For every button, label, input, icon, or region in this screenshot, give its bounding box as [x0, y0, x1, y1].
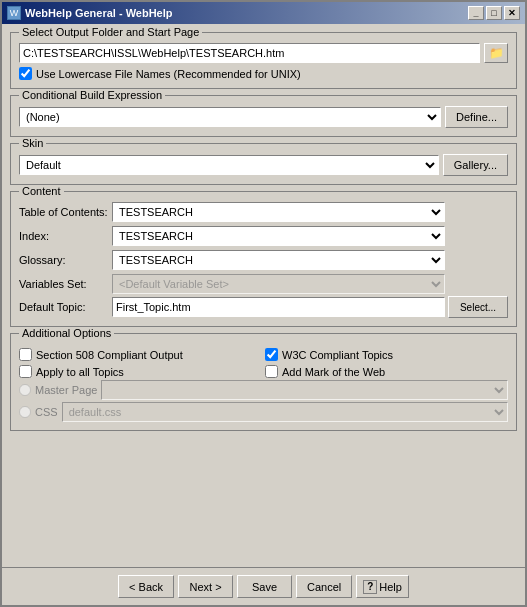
- conditional-select-row: (None) Define...: [19, 106, 508, 128]
- skin-group: Skin Default Gallery...: [10, 143, 517, 185]
- content-group: Content Table of Contents: TESTSEARCH In…: [10, 191, 517, 327]
- mark-web-label: Add Mark of the Web: [282, 366, 385, 378]
- toc-row: Table of Contents: TESTSEARCH: [19, 202, 508, 222]
- maximize-button[interactable]: □: [486, 6, 502, 20]
- window-title: WebHelp General - WebHelp: [25, 7, 173, 19]
- conditional-build-group: Conditional Build Expression (None) Defi…: [10, 95, 517, 137]
- index-label: Index:: [19, 230, 109, 242]
- cancel-button[interactable]: Cancel: [296, 575, 352, 598]
- toc-label: Table of Contents:: [19, 206, 109, 218]
- index-select[interactable]: TESTSEARCH: [112, 226, 445, 246]
- mark-web-checkbox[interactable]: [265, 365, 278, 378]
- next-button[interactable]: Next >: [178, 575, 233, 598]
- main-window: W WebHelp General - WebHelp _ □ ✕ Select…: [0, 0, 527, 607]
- lowercase-checkbox-row: Use Lowercase File Names (Recommended fo…: [19, 67, 508, 80]
- master-page-row: Master Page: [19, 380, 508, 400]
- additional-options-group: Additional Options Section 508 Compliant…: [10, 333, 517, 431]
- master-page-radio: [19, 384, 31, 396]
- output-folder-group: Select Output Folder and Start Page 📁 Us…: [10, 32, 517, 89]
- close-button[interactable]: ✕: [504, 6, 520, 20]
- skin-select-row: Default Gallery...: [19, 154, 508, 176]
- variables-label: Variables Set:: [19, 278, 109, 290]
- left-options: Section 508 Compliant Output Apply to al…: [19, 344, 262, 378]
- options-grid: Section 508 Compliant Output Apply to al…: [19, 344, 508, 378]
- title-bar-controls: _ □ ✕: [468, 6, 520, 20]
- glossary-row: Glossary: TESTSEARCH: [19, 250, 508, 270]
- default-topic-label: Default Topic:: [19, 301, 109, 313]
- title-bar-left: W WebHelp General - WebHelp: [7, 6, 173, 20]
- glossary-select[interactable]: TESTSEARCH: [112, 250, 445, 270]
- glossary-label: Glossary:: [19, 254, 109, 266]
- conditional-build-select[interactable]: (None): [19, 107, 441, 127]
- select-button[interactable]: Select...: [448, 296, 508, 318]
- bottom-bar: < Back Next > Save Cancel ? Help: [2, 567, 525, 605]
- title-bar: W WebHelp General - WebHelp _ □ ✕: [2, 2, 525, 24]
- w3c-checkbox[interactable]: [265, 348, 278, 361]
- lowercase-label: Use Lowercase File Names (Recommended fo…: [36, 68, 301, 80]
- content-group-label: Content: [19, 185, 64, 197]
- css-radio: [19, 406, 31, 418]
- default-topic-row: Default Topic: Select...: [19, 296, 508, 318]
- variables-row: Variables Set: <Default Variable Set>: [19, 274, 508, 294]
- default-topic-input[interactable]: [112, 297, 445, 317]
- apply-topics-label: Apply to all Topics: [36, 366, 124, 378]
- css-select: default.css: [62, 402, 508, 422]
- apply-topics-checkbox[interactable]: [19, 365, 32, 378]
- minimize-button[interactable]: _: [468, 6, 484, 20]
- additional-options-label: Additional Options: [19, 327, 114, 339]
- help-label: Help: [379, 581, 402, 593]
- section508-checkbox[interactable]: [19, 348, 32, 361]
- section508-label: Section 508 Compliant Output: [36, 349, 183, 361]
- browse-folder-button[interactable]: 📁: [484, 43, 508, 63]
- save-button[interactable]: Save: [237, 575, 292, 598]
- skin-label: Skin: [19, 137, 46, 149]
- variables-select: <Default Variable Set>: [112, 274, 445, 294]
- w3c-label: W3C Compliant Topics: [282, 349, 393, 361]
- help-question-icon: ?: [363, 580, 377, 594]
- help-button[interactable]: ? Help: [356, 575, 409, 598]
- output-path-input[interactable]: [19, 43, 480, 63]
- w3c-row: W3C Compliant Topics: [265, 348, 508, 361]
- define-button[interactable]: Define...: [445, 106, 508, 128]
- apply-topics-row: Apply to all Topics: [19, 365, 262, 378]
- window-icon: W: [7, 6, 21, 20]
- gallery-button[interactable]: Gallery...: [443, 154, 508, 176]
- master-page-label: Master Page: [35, 384, 97, 396]
- css-row: CSS default.css: [19, 402, 508, 422]
- toc-select[interactable]: TESTSEARCH: [112, 202, 445, 222]
- mark-web-row: Add Mark of the Web: [265, 365, 508, 378]
- output-folder-label: Select Output Folder and Start Page: [19, 26, 202, 38]
- master-page-select: [101, 380, 508, 400]
- content-area: Select Output Folder and Start Page 📁 Us…: [2, 24, 525, 567]
- lowercase-checkbox[interactable]: [19, 67, 32, 80]
- conditional-build-label: Conditional Build Expression: [19, 89, 165, 101]
- section508-row: Section 508 Compliant Output: [19, 348, 262, 361]
- right-options: W3C Compliant Topics Add Mark of the Web: [265, 344, 508, 378]
- back-button[interactable]: < Back: [118, 575, 174, 598]
- path-row: 📁: [19, 43, 508, 63]
- index-row: Index: TESTSEARCH: [19, 226, 508, 246]
- window-icon-text: W: [10, 8, 19, 18]
- css-label: CSS: [35, 406, 58, 418]
- skin-select[interactable]: Default: [19, 155, 439, 175]
